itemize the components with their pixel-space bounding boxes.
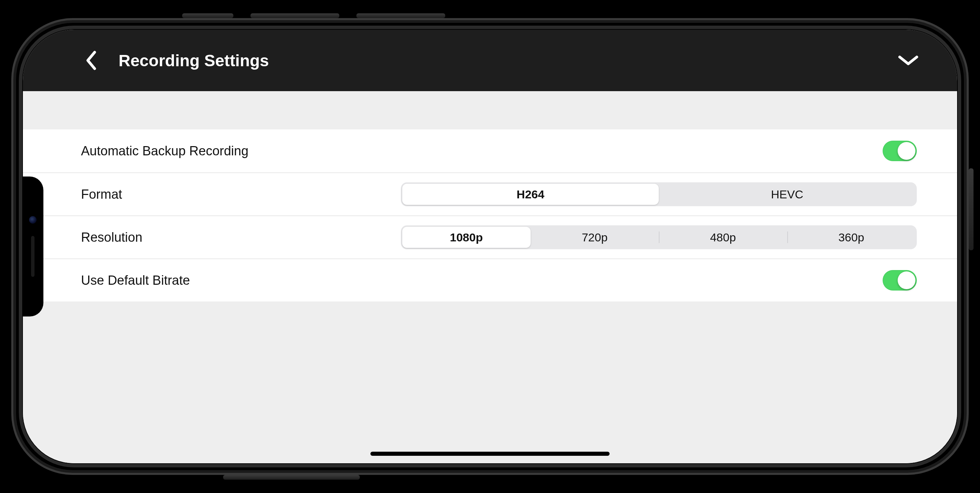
format-option-h264[interactable]: H264	[402, 184, 659, 205]
volume-down-button	[356, 13, 445, 18]
resolution-segmented: 1080p 720p 480p 360p	[401, 225, 917, 249]
chevron-down-icon[interactable]	[897, 54, 920, 67]
side-button	[969, 168, 974, 250]
toggle-knob	[898, 271, 915, 289]
automatic-backup-toggle[interactable]	[883, 141, 917, 161]
row-use-default-bitrate: Use Default Bitrate	[23, 258, 957, 301]
format-option-hevc[interactable]: HEVC	[659, 184, 915, 205]
row-format: Format H264 HEVC	[23, 173, 957, 216]
earpiece-speaker	[31, 236, 35, 277]
format-label: Format	[81, 187, 340, 202]
power-button	[223, 475, 360, 480]
resolution-option-720p[interactable]: 720p	[531, 227, 659, 248]
volume-up-button	[250, 13, 339, 18]
toggle-knob	[898, 142, 915, 160]
format-segmented: H264 HEVC	[401, 182, 917, 206]
page-title: Recording Settings	[119, 51, 877, 70]
resolution-option-1080p[interactable]: 1080p	[402, 227, 531, 248]
settings-list: Automatic Backup Recording Format H264 H…	[23, 129, 957, 301]
resolution-option-480p[interactable]: 480p	[659, 227, 787, 248]
device-notch	[23, 176, 43, 317]
row-resolution: Resolution 1080p 720p 480p 360p	[23, 216, 957, 258]
screen: Recording Settings Automatic Backup Reco…	[23, 30, 957, 463]
phone-frame: Recording Settings Automatic Backup Reco…	[11, 18, 969, 475]
home-indicator[interactable]	[371, 452, 609, 456]
back-icon[interactable]	[84, 50, 98, 71]
resolution-label: Resolution	[81, 230, 340, 245]
row-automatic-backup: Automatic Backup Recording	[23, 129, 957, 173]
use-default-bitrate-toggle[interactable]	[883, 270, 917, 290]
header-bar: Recording Settings	[23, 30, 957, 91]
resolution-option-360p[interactable]: 360p	[787, 227, 916, 248]
content-area: Automatic Backup Recording Format H264 H…	[23, 91, 957, 463]
automatic-backup-label: Automatic Backup Recording	[81, 144, 340, 159]
front-camera-icon	[29, 216, 37, 224]
use-default-bitrate-label: Use Default Bitrate	[81, 273, 340, 288]
mute-switch	[182, 13, 233, 18]
